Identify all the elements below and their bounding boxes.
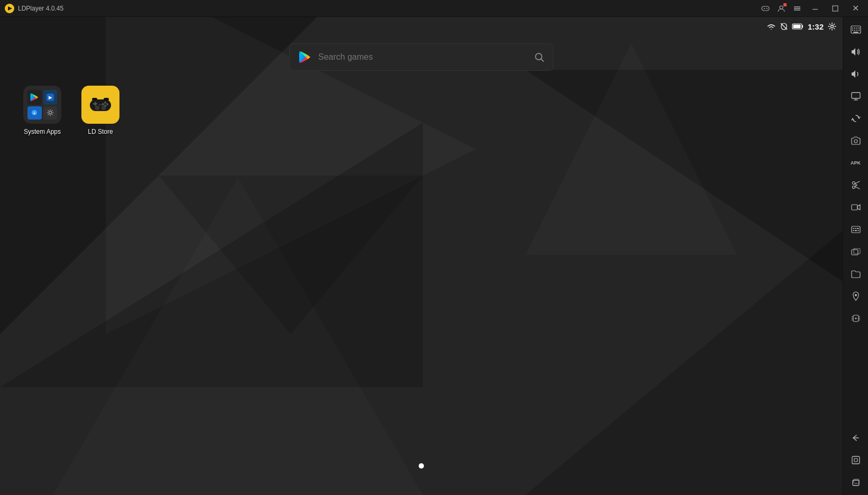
android-emulator: 1:32 [0,17,843,495]
video-icon[interactable] [845,197,866,218]
system-apps-label: System Apps [24,128,61,135]
main-area: 1:32 [0,17,868,495]
keyboard2-icon[interactable] [845,219,866,240]
search-input[interactable] [318,52,528,62]
menu-icon[interactable] [791,2,804,15]
minimize-button[interactable]: – [807,3,824,14]
recent-apps-button[interactable] [845,472,866,493]
svg-rect-36 [99,104,100,106]
svg-point-17 [831,25,834,28]
svg-point-5 [766,7,767,8]
svg-rect-42 [858,28,860,29]
titlebar: LDPlayer 4.0.45 [0,0,868,17]
svg-rect-78 [852,456,860,464]
back-button[interactable] [845,427,866,448]
search-bar[interactable] [289,43,553,71]
svg-text:●: ● [33,112,35,115]
svg-rect-59 [852,226,860,233]
svg-rect-2 [762,6,769,11]
search-icon[interactable] [534,52,544,62]
ld-store-label: LD Store [88,128,113,135]
home-button[interactable] [845,450,866,471]
svg-point-6 [767,8,768,9]
android-statusbar: 1:32 [0,17,843,36]
svg-rect-16 [793,25,800,29]
camera-icon[interactable] [845,130,866,151]
svg-rect-43 [852,30,853,31]
devices-icon[interactable] [845,241,866,262]
svg-rect-46 [858,30,860,31]
svg-line-54 [855,181,860,184]
svg-rect-64 [855,230,857,231]
svg-rect-61 [855,228,856,229]
scissors-icon[interactable] [845,175,866,196]
svg-rect-81 [854,479,859,483]
right-sidebar: APK [843,17,868,495]
home-indicator [419,463,424,469]
app-logo [4,3,15,14]
svg-rect-33 [104,98,109,100]
maximize-button[interactable] [827,3,844,14]
svg-rect-62 [856,228,857,229]
svg-point-34 [96,106,99,110]
location-icon[interactable] [845,286,866,307]
svg-rect-27 [95,102,96,106]
background [0,17,843,495]
titlebar-right: – ✕ [759,2,864,15]
svg-rect-41 [856,28,857,29]
svg-rect-37 [101,104,103,106]
ld-store-image [81,86,119,124]
svg-rect-39 [852,28,853,29]
display-icon[interactable] [845,86,866,107]
folder-icon[interactable] [845,263,866,285]
svg-line-57 [855,185,857,187]
svg-text:▶: ▶ [49,95,52,100]
svg-point-51 [854,140,857,143]
svg-line-19 [541,59,544,62]
ld-store-icon[interactable]: LD Store [79,86,122,135]
svg-rect-60 [853,228,854,229]
volume-up-icon[interactable] [845,41,866,62]
svg-rect-63 [853,230,854,231]
svg-rect-66 [857,228,858,229]
svg-point-35 [102,106,106,110]
svg-rect-40 [854,28,855,29]
svg-point-31 [102,103,104,105]
system-apps-image: ▶ ● [23,86,61,124]
svg-line-55 [855,187,860,189]
gamepad-icon[interactable] [759,2,772,15]
svg-rect-48 [852,93,860,98]
svg-point-69 [855,294,857,296]
svg-point-28 [104,102,106,104]
svg-rect-25 [90,99,111,111]
bg-shape-6 [525,231,843,495]
battery-icon [792,23,804,30]
svg-rect-11 [833,6,838,11]
system-apps-icon[interactable]: ▶ ● [21,86,63,135]
svg-rect-47 [853,32,858,33]
volume-down-icon[interactable] [845,63,866,85]
status-time: 1:32 [808,22,824,31]
svg-rect-15 [802,25,803,28]
notification-dot [783,3,787,6]
svg-rect-45 [856,30,857,31]
svg-rect-79 [854,459,857,462]
time-display: 1:32 [808,22,824,31]
wifi-icon [767,23,776,30]
desktop-icons: ▶ ● [21,86,122,135]
settings-icon[interactable] [828,22,836,31]
close-button[interactable]: ✕ [847,3,864,14]
svg-rect-65 [857,230,858,231]
keyboard-icon[interactable] [845,19,866,40]
silent-icon [780,23,788,30]
shake-icon[interactable] [845,308,866,329]
apk-icon[interactable]: APK [845,152,866,173]
svg-point-29 [106,103,108,105]
rotate-icon[interactable] [845,108,866,129]
svg-point-77 [855,318,856,319]
svg-point-24 [49,112,51,114]
user-icon[interactable] [775,2,788,15]
svg-rect-58 [852,205,857,210]
svg-rect-32 [92,98,97,100]
svg-point-7 [780,6,783,9]
